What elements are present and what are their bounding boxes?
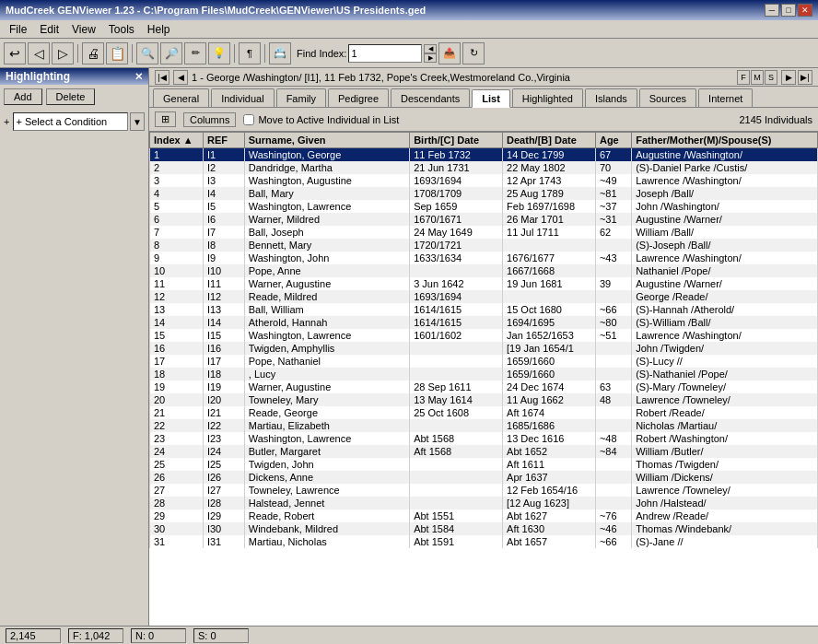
- table-row[interactable]: 15 I15 Washington, Lawrence 1601/1602 Ja…: [150, 329, 818, 342]
- table-row[interactable]: 26 I26 Dickens, Anne Apr 1637 William /D…: [150, 471, 818, 484]
- m-button[interactable]: M: [751, 70, 764, 85]
- zoom-button[interactable]: 🔎: [160, 42, 182, 64]
- tab-highlighted[interactable]: Highlighted: [512, 88, 583, 107]
- tab-internet[interactable]: Internet: [698, 88, 753, 107]
- cell-death: Feb 1697/1698: [503, 200, 596, 213]
- info-prev-btn[interactable]: ◀: [173, 70, 188, 85]
- table-row[interactable]: 21 I21 Reade, George 25 Oct 1608 Aft 167…: [150, 406, 818, 419]
- table-row[interactable]: 18 I18 , Lucy 1659/1660 (S)-Nathaniel /P…: [150, 368, 818, 381]
- minimize-button[interactable]: ─: [765, 4, 779, 17]
- tab-descendants[interactable]: Descendants: [391, 88, 470, 107]
- table-row[interactable]: 17 I17 Pope, Nathaniel 1659/1660 (S)-Luc…: [150, 355, 818, 368]
- col-header-index[interactable]: Index ▲: [150, 133, 204, 148]
- cell-age: [595, 368, 631, 381]
- find-button[interactable]: 🔍: [136, 42, 158, 64]
- table-row[interactable]: 31 I31 Martiau, Nicholas Abt 1591 Abt 16…: [150, 535, 818, 548]
- table-row[interactable]: 7 I7 Ball, Joseph 24 May 1649 11 Jul 171…: [150, 226, 818, 239]
- move-checkbox-input[interactable]: [243, 114, 254, 125]
- table-row[interactable]: 5 I5 Washington, Lawrence Sep 1659 Feb 1…: [150, 200, 818, 213]
- table-row[interactable]: 3 I3 Washington, Augustine 1693/1694 12 …: [150, 174, 818, 187]
- table-row[interactable]: 11 I11 Warner, Augustine 3 Jun 1642 19 J…: [150, 277, 818, 290]
- tab-pedigree[interactable]: Pedigree: [328, 88, 389, 107]
- delete-button[interactable]: Delete: [46, 88, 96, 105]
- table-row[interactable]: 24 I24 Butler, Margaret Aft 1568 Abt 165…: [150, 445, 818, 458]
- table-row[interactable]: 1 I1 Washington, George 11 Feb 1732 14 D…: [150, 148, 818, 162]
- cell-death: Jan 1652/1653: [503, 329, 596, 342]
- info-nav: |◀ ◀: [155, 70, 188, 85]
- condition-select[interactable]: + Select a Condition: [13, 112, 128, 131]
- sort-button[interactable]: ⊞: [155, 111, 176, 127]
- menu-file[interactable]: File: [4, 21, 32, 38]
- index-button[interactable]: 📇: [269, 42, 291, 64]
- menu-view[interactable]: View: [66, 21, 101, 38]
- col-header-age[interactable]: Age: [595, 133, 631, 148]
- export-button[interactable]: 📤: [438, 42, 461, 64]
- menu-tools[interactable]: Tools: [103, 21, 140, 38]
- table-row[interactable]: 8 I8 Bennett, Mary 1720/1721 (S)-Joseph …: [150, 239, 818, 252]
- info-first-btn[interactable]: |◀: [155, 70, 169, 85]
- next-button[interactable]: ▷: [52, 42, 74, 64]
- cell-birth: [410, 484, 503, 497]
- table-row[interactable]: 29 I29 Reade, Robert Abt 1551 Abt 1627 ~…: [150, 509, 818, 522]
- table-row[interactable]: 14 I14 Atherold, Hannah 1614/1615 1694/1…: [150, 316, 818, 329]
- col-header-parents[interactable]: Father/Mother(M)/Spouse(S): [632, 133, 818, 148]
- table-row[interactable]: 10 I10 Pope, Anne 1667/1668 Nathaniel /P…: [150, 264, 818, 277]
- tool3[interactable]: ✏: [184, 42, 206, 64]
- copy-button[interactable]: 📋: [106, 42, 128, 64]
- find-prev-arrow[interactable]: ◀: [424, 44, 437, 53]
- table-row[interactable]: 27 I27 Towneley, Lawrence 12 Feb 1654/16…: [150, 484, 818, 497]
- back-button[interactable]: ↩: [4, 42, 26, 64]
- table-row[interactable]: 9 I9 Washington, John 1633/1634 1676/167…: [150, 252, 818, 264]
- table-row[interactable]: 12 I12 Reade, Mildred 1693/1694 George /…: [150, 290, 818, 303]
- table-row[interactable]: 22 I22 Martiau, Elizabeth 1685/1686 Nich…: [150, 419, 818, 432]
- info-last-btn[interactable]: ▶|: [798, 70, 812, 85]
- table-row[interactable]: 13 I13 Ball, William 1614/1615 15 Oct 16…: [150, 303, 818, 316]
- prev-button[interactable]: ◁: [28, 42, 50, 64]
- menu-edit[interactable]: Edit: [34, 21, 64, 38]
- columns-button[interactable]: Columns: [183, 112, 236, 127]
- tab-family[interactable]: Family: [276, 88, 326, 107]
- table-container[interactable]: Index ▲ REF Surname, Given Birth/[C] Dat…: [149, 132, 818, 626]
- condition-dropdown-arrow[interactable]: ▼: [130, 112, 145, 131]
- col-header-birth[interactable]: Birth/[C] Date: [410, 133, 503, 148]
- table-row[interactable]: 6 I6 Warner, Mildred 1670/1671 26 Mar 17…: [150, 213, 818, 226]
- table-row[interactable]: 19 I19 Warner, Augustine 28 Sep 1611 24 …: [150, 381, 818, 393]
- f-button[interactable]: F: [737, 70, 750, 85]
- s-button[interactable]: S: [765, 70, 777, 85]
- refresh-button[interactable]: ↻: [462, 42, 485, 64]
- panel-close-button[interactable]: ✕: [134, 71, 143, 83]
- tab-islands[interactable]: Islands: [585, 88, 637, 107]
- table-row[interactable]: 30 I30 Windebank, Mildred Abt 1584 Aft 1…: [150, 522, 818, 535]
- print-button[interactable]: 🖨: [82, 42, 104, 64]
- menu-help[interactable]: Help: [142, 21, 176, 38]
- tab-individual[interactable]: Individual: [211, 88, 274, 107]
- table-row[interactable]: 23 I23 Washington, Lawrence Abt 1568 13 …: [150, 432, 818, 445]
- table-row[interactable]: 4 I4 Ball, Mary 1708/1709 25 Aug 1789 ~8…: [150, 187, 818, 200]
- cell-birth: [410, 342, 503, 355]
- info-next-btn[interactable]: ▶: [781, 70, 796, 85]
- table-row[interactable]: 2 I2 Dandridge, Martha 21 Jun 1731 22 Ma…: [150, 161, 818, 174]
- tab-sources[interactable]: Sources: [639, 88, 696, 107]
- col-header-surname[interactable]: Surname, Given: [244, 133, 409, 148]
- tab-general[interactable]: General: [153, 88, 209, 107]
- col-header-death[interactable]: Death/[B] Date: [503, 133, 596, 148]
- cell-birth: [410, 264, 503, 277]
- maximize-button[interactable]: □: [781, 4, 796, 17]
- find-next-arrow[interactable]: ▶: [424, 53, 437, 63]
- info-text: 1 - George /Washington/ [I1], 11 Feb 173…: [192, 72, 737, 83]
- cell-death: 14 Dec 1799: [503, 148, 596, 162]
- find-input[interactable]: [348, 44, 422, 63]
- table-row[interactable]: 25 I25 Twigden, John Aft 1611 Thomas /Tw…: [150, 458, 818, 471]
- cell-death: 12 Apr 1743: [503, 174, 596, 187]
- para-button[interactable]: ¶: [239, 42, 261, 64]
- tab-list[interactable]: List: [472, 89, 510, 108]
- col-header-ref[interactable]: REF: [203, 133, 244, 148]
- cell-name: Martiau, Nicholas: [244, 535, 409, 548]
- table-row[interactable]: 28 I28 Halstead, Jennet [12 Aug 1623] Jo…: [150, 497, 818, 509]
- add-button[interactable]: Add: [4, 88, 42, 105]
- table-row[interactable]: 20 I20 Towneley, Mary 13 May 1614 11 Aug…: [150, 393, 818, 406]
- cell-birth: [410, 497, 503, 509]
- close-button[interactable]: ✕: [798, 4, 812, 17]
- table-row[interactable]: 16 I16 Twigden, Amphyllis [19 Jan 1654/1…: [150, 342, 818, 355]
- tool4[interactable]: 💡: [208, 42, 230, 64]
